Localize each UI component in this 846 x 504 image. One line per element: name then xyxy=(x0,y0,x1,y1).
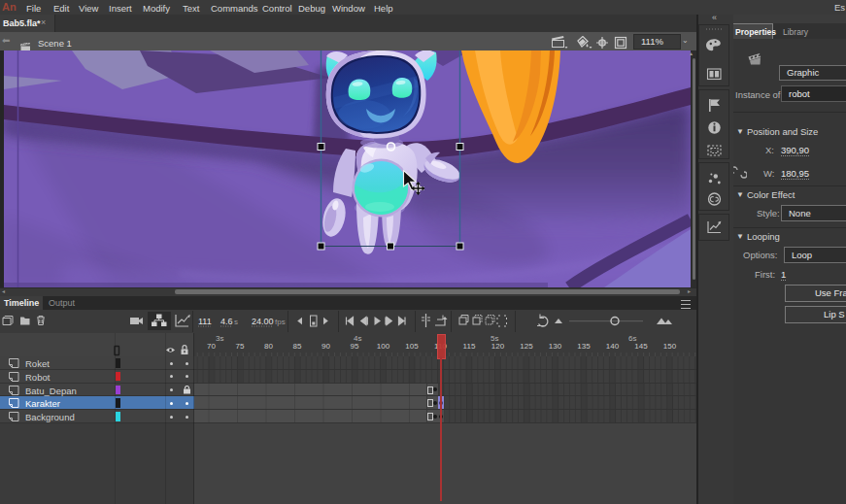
svg-text:s: s xyxy=(234,318,238,326)
svg-text:fps: fps xyxy=(275,318,286,326)
svg-text:111: 111 xyxy=(198,317,212,326)
svg-text:24.00: 24.00 xyxy=(252,317,274,326)
svg-text:4.6: 4.6 xyxy=(220,317,233,326)
